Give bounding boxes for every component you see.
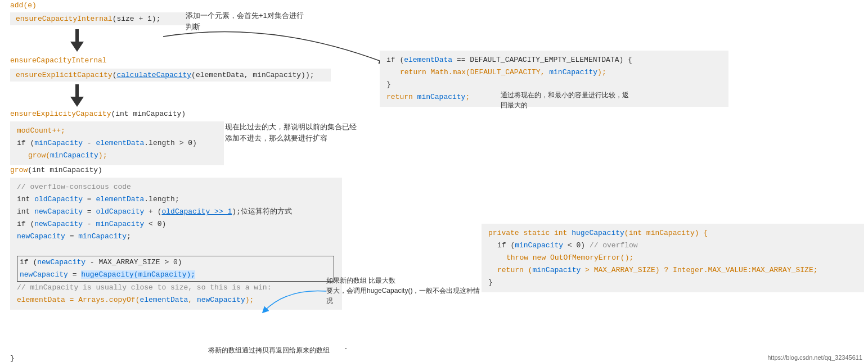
section2-header: ensureCapacityInternal [10, 56, 107, 65]
page-container: add(e) ensureCapacityInternal(size + 1);… [0, 0, 868, 362]
section3-code: modCount++; if (minCapacity - elementDat… [10, 121, 224, 165]
bottom-url: https://blog.csdn.net/qq_32345611 [767, 354, 862, 361]
annotation-huge: 如果新的数组 比最大数要大，会调用hugeCapacity()，一般不会出现这种… [326, 275, 480, 306]
arrow-curve [242, 286, 332, 319]
arrow-down-1 [70, 29, 84, 52]
ensure-capacity-line: ensureCapacityInternal(size + 1); [10, 12, 190, 25]
tick-mark: ` [338, 126, 344, 138]
right-annotation-1: 通过将现在的，和最小的容量进行比较，返回最大的 [501, 90, 629, 110]
backtick-bottom: ` [343, 347, 349, 358]
arrow-down-2 [70, 84, 84, 107]
close-brace: } [10, 354, 15, 362]
arrow-calc-curve [158, 31, 394, 70]
annotation-ensure: 现在比过去的大，那说明以前的集合已经添加不进去，那么就要进行扩容 [225, 121, 357, 143]
section2-code: ensureExplicitCapacity(calculateCapacity… [10, 69, 331, 82]
annotation-copyof: 将新的数组通过拷贝再返回给原来的数组 [208, 346, 330, 355]
section3-header: ensureExplicityCapacity(int minCapacity) [10, 110, 186, 118]
annotation-add: 添加一个元素，会首先+1对集合进行判断 [186, 10, 304, 32]
add-label: add(e) [10, 1, 37, 10]
section4-header: grow(int minCapacity) [10, 166, 102, 174]
right-huge-code: private static int hugeCapacity(int minC… [482, 224, 864, 292]
